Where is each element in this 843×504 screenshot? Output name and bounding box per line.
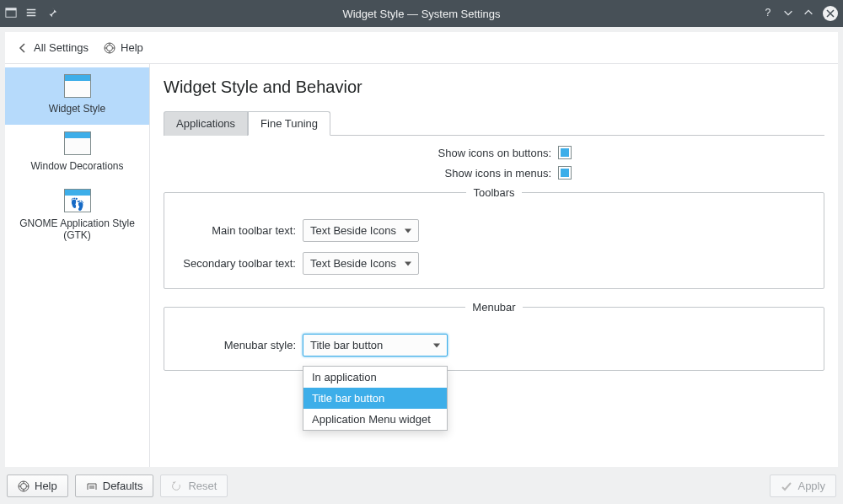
toolbars-group: Toolbars Main toolbar text: Text Beside … xyxy=(164,186,824,289)
help-button[interactable]: Help xyxy=(7,475,68,497)
widget-style-icon xyxy=(64,74,91,98)
tab-fine-tuning[interactable]: Fine Tuning xyxy=(248,111,330,136)
reset-button: Reset xyxy=(160,475,228,497)
toolbar-help-button[interactable]: Help xyxy=(104,41,143,54)
menubar-style-dropdown: In application Title bar button Applicat… xyxy=(303,366,448,431)
menubar-group: Menubar Menubar style: Title bar button … xyxy=(164,301,824,371)
category-sidebar: Widget Style Window Decorations GNOME Ap… xyxy=(5,64,150,467)
secondary-toolbar-select[interactable]: Text Beside Icons xyxy=(303,252,419,275)
tab-label: Applications xyxy=(176,117,235,130)
button-label: Reset xyxy=(188,480,217,492)
sidebar-item-label: Window Decorations xyxy=(8,160,146,172)
menubar-legend: Menubar xyxy=(465,301,522,314)
show-icons-menus-checkbox[interactable] xyxy=(558,166,572,180)
menubar-option-in-application[interactable]: In application xyxy=(303,367,447,388)
menubar-option-app-menu-widget[interactable]: Application Menu widget xyxy=(303,409,447,430)
minimize-icon[interactable] xyxy=(782,7,794,21)
svg-point-3 xyxy=(107,45,113,51)
pin-icon[interactable] xyxy=(46,7,57,21)
main-toolbar-label: Main toolbar text: xyxy=(178,224,296,237)
sidebar-item-widget-style[interactable]: Widget Style xyxy=(5,67,149,125)
button-label: Apply xyxy=(797,480,825,492)
show-icons-buttons-checkbox[interactable] xyxy=(558,146,572,159)
toolbars-legend: Toolbars xyxy=(466,186,521,199)
select-value: Text Beside Icons xyxy=(310,224,396,237)
svg-rect-1 xyxy=(6,8,16,10)
defaults-button[interactable]: Defaults xyxy=(75,475,154,497)
option-label: Application Menu widget xyxy=(312,413,431,426)
menubar-style-label: Menubar style: xyxy=(178,339,296,351)
gnome-icon xyxy=(64,189,91,212)
menu-icon[interactable] xyxy=(25,7,37,21)
select-value: Title bar button xyxy=(310,339,383,351)
footer-buttons: Help Defaults Reset Apply xyxy=(7,475,836,497)
secondary-toolbar-label: Secondary toolbar text: xyxy=(178,257,296,270)
tab-applications[interactable]: Applications xyxy=(164,111,248,136)
show-icons-buttons-label: Show icons on buttons: xyxy=(416,147,551,159)
main-toolbar-select[interactable]: Text Beside Icons xyxy=(303,219,419,242)
window-decorations-icon xyxy=(64,131,91,155)
sidebar-item-gtk-style[interactable]: GNOME Application Style (GTK) xyxy=(5,182,149,251)
svg-point-5 xyxy=(21,483,27,489)
window-title: Widget Style — System Settings xyxy=(342,8,500,20)
select-value: Text Beside Icons xyxy=(310,257,396,270)
option-label: In application xyxy=(312,371,377,383)
svg-text:?: ? xyxy=(765,7,771,19)
menubar-style-select[interactable]: Title bar button xyxy=(303,334,448,357)
page-title: Widget Style and Behavior xyxy=(164,78,824,97)
button-label: Help xyxy=(35,480,57,492)
back-label: All Settings xyxy=(34,41,89,54)
maximize-icon[interactable] xyxy=(803,7,814,21)
breadcrumb-toolbar: All Settings Help xyxy=(5,32,838,64)
option-label: Title bar button xyxy=(312,392,384,405)
close-icon[interactable] xyxy=(823,6,838,21)
menubar-option-title-bar-button[interactable]: Title bar button xyxy=(303,388,447,409)
button-label: Defaults xyxy=(103,480,143,492)
sidebar-item-label: Widget Style xyxy=(8,103,146,115)
app-icon xyxy=(5,7,17,21)
show-icons-menus-label: Show icons in menus: xyxy=(416,167,551,180)
titlebar: Widget Style — System Settings ? xyxy=(0,0,843,27)
tabs: Applications Fine Tuning xyxy=(164,110,824,136)
tab-label: Fine Tuning xyxy=(260,117,318,130)
help-icon[interactable]: ? xyxy=(762,7,774,21)
apply-button: Apply xyxy=(770,475,836,497)
toolbar-help-label: Help xyxy=(121,41,143,54)
back-all-settings-button[interactable]: All Settings xyxy=(17,41,89,54)
sidebar-item-window-decorations[interactable]: Window Decorations xyxy=(5,125,149,182)
sidebar-item-label: GNOME Application Style (GTK) xyxy=(8,217,146,241)
